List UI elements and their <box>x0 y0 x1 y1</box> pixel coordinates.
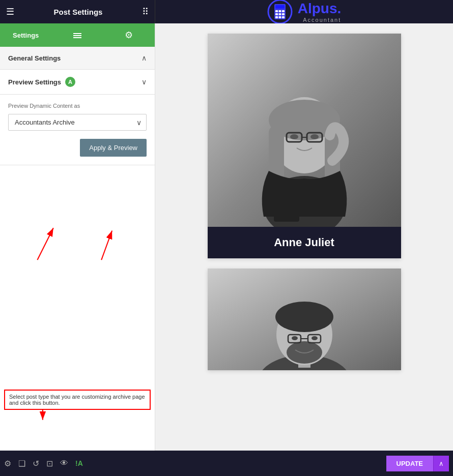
content-area: Anne Juliet <box>155 23 453 451</box>
svg-rect-3 <box>275 10 278 12</box>
general-settings-title: General Settings <box>8 54 61 62</box>
svg-point-32 <box>310 134 319 139</box>
tab-settings[interactable]: Settings <box>0 23 51 47</box>
preview-badge: A <box>65 77 75 87</box>
general-settings-arrow: ∧ <box>141 54 147 62</box>
tabs-row: Settings ⚙ <box>0 23 155 47</box>
apply-preview-button[interactable]: Apply & Preview <box>80 139 147 157</box>
gear-tab-icon: ⚙ <box>125 29 133 41</box>
bottom-responsive-icon[interactable]: ⊡ <box>46 459 53 468</box>
top-bar: ☰ Post Settings ⠿ Alpus. <box>0 0 453 23</box>
general-settings-header[interactable]: General Settings ∧ <box>0 47 155 69</box>
hamburger-icon[interactable]: ☰ <box>6 6 14 17</box>
bottom-bar: ⚙ ❑ ↺ ⊡ 👁 !A UPDATE ∧ <box>0 451 453 476</box>
instruction-box: Select post type that you are customizin… <box>4 390 151 410</box>
woman-portrait-svg <box>208 34 401 227</box>
bottom-history-icon[interactable]: ↺ <box>33 459 39 468</box>
svg-line-16 <box>101 231 112 260</box>
svg-point-42 <box>292 336 298 340</box>
svg-point-43 <box>312 336 318 340</box>
logo-name: Alpus. <box>298 1 342 17</box>
sidebar-header: ☰ Post Settings ⠿ <box>0 0 155 23</box>
profile-image-2 <box>208 269 401 370</box>
profile-name-bar-1: Anne Juliet <box>208 227 401 258</box>
preview-settings-section: Preview Settings A ∨ Preview Dynamic Con… <box>0 70 155 165</box>
bottom-preview-icon[interactable]: 👁 <box>60 459 68 468</box>
main-area: Settings ⚙ General Settings ∧ <box>0 23 453 451</box>
preview-settings-header[interactable]: Preview Settings A ∨ <box>0 70 155 95</box>
man-portrait-svg <box>208 269 401 370</box>
svg-rect-8 <box>282 13 285 15</box>
svg-rect-4 <box>278 10 281 12</box>
tab-gear[interactable]: ⚙ <box>103 23 155 47</box>
svg-rect-13 <box>73 35 81 36</box>
svg-rect-10 <box>278 16 281 18</box>
archive-type-dropdown[interactable]: Accountants Archive <box>8 114 147 131</box>
svg-point-37 <box>275 302 333 332</box>
svg-point-31 <box>290 134 298 139</box>
bottom-elementor-icon[interactable]: !A <box>75 459 83 467</box>
preview-settings-title: Preview Settings <box>8 78 61 86</box>
logo-subtitle: Accountant <box>298 17 342 23</box>
svg-rect-5 <box>282 10 285 12</box>
preview-settings-title-row: Preview Settings A <box>8 77 75 87</box>
layers-icon <box>72 30 82 40</box>
profile-card-1: Anne Juliet <box>208 34 401 258</box>
update-btn-area: UPDATE ∧ <box>386 456 449 471</box>
update-button[interactable]: UPDATE <box>386 456 433 471</box>
tab-layers[interactable] <box>51 23 103 47</box>
svg-rect-12 <box>73 33 81 34</box>
svg-rect-11 <box>282 16 285 18</box>
svg-rect-2 <box>275 5 285 9</box>
page-title: Post Settings <box>54 8 103 16</box>
dropdown-wrapper: Accountants Archive ∨ <box>8 114 147 131</box>
svg-rect-6 <box>275 13 278 15</box>
profile-card-2 <box>208 269 401 370</box>
grid-icon[interactable]: ⠿ <box>142 6 149 17</box>
logo-area: Alpus. Accountant <box>155 0 453 23</box>
svg-rect-14 <box>73 37 81 38</box>
update-expand-button[interactable]: ∧ <box>433 456 449 471</box>
sidebar: Settings ⚙ General Settings ∧ <box>0 23 155 451</box>
svg-line-15 <box>37 228 53 260</box>
general-settings-section: General Settings ∧ <box>0 47 155 70</box>
preview-settings-arrow: ∨ <box>141 78 147 86</box>
bottom-icons: ⚙ ❑ ↺ ⊡ 👁 !A <box>4 459 83 468</box>
svg-rect-7 <box>278 13 281 15</box>
sidebar-annotations: Select post type that you are customizin… <box>0 165 155 451</box>
preview-dynamic-label: Preview Dynamic Content as <box>8 103 147 109</box>
logo-icon <box>267 0 293 24</box>
profile-image-1 <box>208 34 401 227</box>
bottom-layers-icon[interactable]: ❑ <box>18 459 25 468</box>
preview-content: Preview Dynamic Content as Accountants A… <box>0 95 155 165</box>
bottom-settings-icon[interactable]: ⚙ <box>4 459 11 468</box>
svg-rect-9 <box>275 16 278 18</box>
